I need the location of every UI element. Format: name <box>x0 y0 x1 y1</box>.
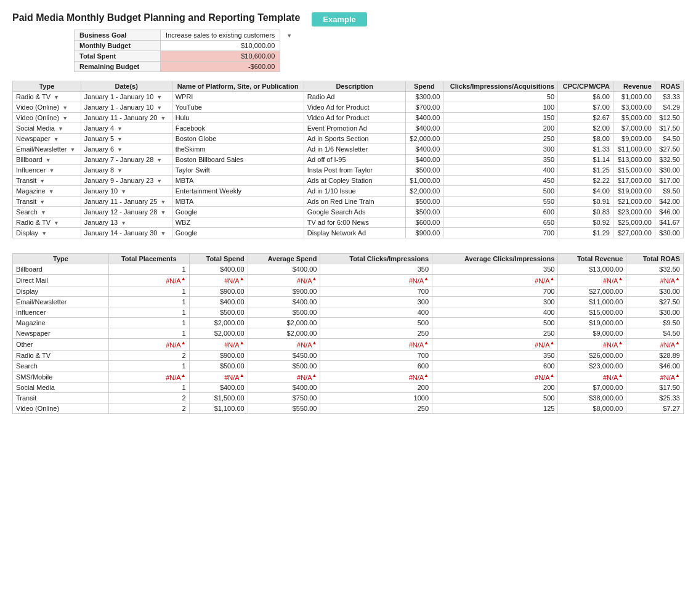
summary-cell-4-3: $500.00 <box>248 307 320 318</box>
main-cell-4-3: Ad in Sports Section <box>304 134 405 144</box>
list-item: Email/Newsletter1$400.00$400.00300300$11… <box>13 297 684 307</box>
remaining-budget-row: Remaining Budget -$600.00 <box>75 62 297 72</box>
dropdown-icon[interactable]: ▼ <box>117 168 123 174</box>
main-cell-5-5: 300 <box>443 144 558 155</box>
dropdown-icon[interactable]: ▼ <box>54 220 59 226</box>
main-cell-11-3: Google Search Ads <box>304 207 405 217</box>
dropdown-icon[interactable]: ▼ <box>62 105 68 111</box>
dropdown-icon[interactable]: ▼ <box>160 209 166 216</box>
main-cell-5-3: Ad in 1/6 Newsletter <box>304 144 405 155</box>
table-row: Search ▼January 12 - January 28 ▼GoogleG… <box>13 207 684 217</box>
dropdown-icon[interactable]: ▼ <box>70 147 76 153</box>
summary-cell-9-4: 600 <box>320 360 432 371</box>
page-title: Paid Media Monthly Budget Planning and R… <box>12 12 300 23</box>
summary-cell-4-4: 400 <box>320 307 432 318</box>
main-cell-10-3: Ads on Red Line Train <box>304 197 405 207</box>
main-cell-12-3: TV ad for 6:00 News <box>304 217 405 228</box>
dropdown-icon[interactable]: ▼ <box>160 199 166 205</box>
summary-table: TypeTotal PlacementsTotal SpendAverage S… <box>12 253 684 414</box>
main-cell-10-2: MBTA <box>172 197 304 207</box>
dropdown-icon[interactable]: ▼ <box>49 188 54 195</box>
summary-cell-6-0: Newspaper <box>13 328 109 339</box>
remaining-budget-label: Remaining Budget <box>75 62 161 72</box>
main-cell-6-6: $1.14 <box>558 155 613 165</box>
dropdown-icon[interactable]: ▼ <box>156 105 162 111</box>
dropdown-icon[interactable]: ▼ <box>156 157 162 163</box>
dropdown-icon[interactable]: ▼ <box>39 178 45 184</box>
dropdown-icon[interactable]: ▼ <box>39 199 45 205</box>
summary-cell-3-2: $400.00 <box>189 297 248 307</box>
main-cell-4-7: $9,000.00 <box>613 134 655 144</box>
dropdown-icon[interactable]: ▼ <box>62 115 68 121</box>
main-cell-8-7: $17,000.00 <box>613 176 655 186</box>
main-cell-2-2: Hulu <box>172 113 304 123</box>
summary-cell-7-2: #N/A▲ <box>189 339 248 351</box>
main-cell-7-3: Insta Post from Taylor <box>304 165 405 176</box>
summary-cell-11-4: 200 <box>320 383 432 393</box>
dropdown-icon[interactable]: ▼ <box>54 94 59 100</box>
main-cell-12-1: January 13 ▼ <box>81 217 172 228</box>
dropdown-icon[interactable]: ▼ <box>117 136 123 142</box>
list-item: Social Media1$400.00$400.00200200$7,000.… <box>13 383 684 393</box>
dropdown-icon[interactable]: ▼ <box>46 157 51 163</box>
main-cell-1-0: Video (Online) ▼ <box>13 102 81 113</box>
dropdown-icon[interactable]: ▼ <box>160 230 166 237</box>
summary-cell-13-5: 125 <box>432 403 558 414</box>
main-cell-2-1: January 11 - January 20 ▼ <box>81 113 172 123</box>
main-table-header-row: TypeDate(s)Name of Platform, Site, or Pu… <box>13 81 684 92</box>
main-cell-12-6: $0.92 <box>558 217 613 228</box>
dropdown-icon[interactable]: ▼ <box>156 178 162 184</box>
list-item: Video (Online)2$1,100.00$550.00250125$8,… <box>13 403 684 414</box>
summary-col-header-2: Total Spend <box>189 254 248 264</box>
dropdown-icon[interactable]: ▼ <box>121 188 126 195</box>
main-cell-13-8: $30.00 <box>655 228 683 238</box>
main-cell-0-3: Radio Ad <box>304 92 405 102</box>
main-cell-9-4: $2,000.00 <box>405 186 443 197</box>
summary-cell-13-6: $8,000.00 <box>558 403 626 414</box>
dropdown-icon[interactable]: ▼ <box>117 126 123 132</box>
main-cell-6-0: Billboard ▼ <box>13 155 81 165</box>
summary-cell-0-1: 1 <box>108 264 189 275</box>
dropdown-icon[interactable]: ▼ <box>54 136 59 142</box>
summary-cell-2-3: $900.00 <box>248 286 320 297</box>
main-cell-13-6: $1.29 <box>558 228 613 238</box>
table-row: Newspaper ▼January 5 ▼Boston GlobeAd in … <box>13 134 684 144</box>
summary-cell-5-4: 500 <box>320 318 432 328</box>
main-cell-3-8: $17.50 <box>655 123 683 134</box>
main-cell-6-8: $32.50 <box>655 155 683 165</box>
table-row: Billboard ▼January 7 - January 28 ▼Bosto… <box>13 155 684 165</box>
dropdown-icon[interactable]: ▼ <box>156 94 162 100</box>
main-cell-9-3: Ad in 1/10 Issue <box>304 186 405 197</box>
main-cell-7-1: January 8 ▼ <box>81 165 172 176</box>
main-cell-12-0: Radio & TV ▼ <box>13 217 81 228</box>
main-cell-13-5: 700 <box>443 228 558 238</box>
summary-cell-1-1: #N/A▲ <box>108 275 189 286</box>
summary-cell-7-4: #N/A▲ <box>320 339 432 351</box>
main-cell-8-0: Transit ▼ <box>13 176 81 186</box>
dropdown-icon[interactable]: ▼ <box>117 147 123 153</box>
list-item: Display1$900.00$900.00700700$27,000.00$3… <box>13 286 684 297</box>
main-cell-11-7: $23,000.00 <box>613 207 655 217</box>
dropdown-arrow-1: ▼ <box>280 30 297 41</box>
main-cell-1-4: $700.00 <box>405 102 443 113</box>
dropdown-icon[interactable]: ▼ <box>58 126 63 132</box>
dropdown-icon[interactable]: ▼ <box>121 220 126 226</box>
summary-cell-12-3: $750.00 <box>248 393 320 403</box>
main-cell-9-1: January 10 ▼ <box>81 186 172 197</box>
dropdown-icon[interactable]: ▼ <box>160 115 166 121</box>
main-cell-2-4: $400.00 <box>405 113 443 123</box>
monthly-budget-row: Monthly Budget $10,000.00 <box>75 41 297 51</box>
dropdown-icon[interactable]: ▼ <box>41 230 47 237</box>
dropdown-icon[interactable]: ▼ <box>49 168 54 174</box>
main-cell-13-3: Display Network Ad <box>304 228 405 238</box>
summary-cell-1-4: #N/A▲ <box>320 275 432 286</box>
dropdown-icon[interactable]: ▼ <box>41 209 46 216</box>
main-cell-3-5: 200 <box>443 123 558 134</box>
meta-section: Business Goal Increase sales to existing… <box>74 30 684 72</box>
summary-cell-0-6: $13,000.00 <box>558 264 626 275</box>
main-cell-13-0: Display ▼ <box>13 228 81 238</box>
main-cell-11-2: Google <box>172 207 304 217</box>
list-item: Direct Mail#N/A▲#N/A▲#N/A▲#N/A▲#N/A▲#N/A… <box>13 275 684 286</box>
summary-cell-8-4: 700 <box>320 350 432 360</box>
summary-cell-3-1: 1 <box>108 297 189 307</box>
